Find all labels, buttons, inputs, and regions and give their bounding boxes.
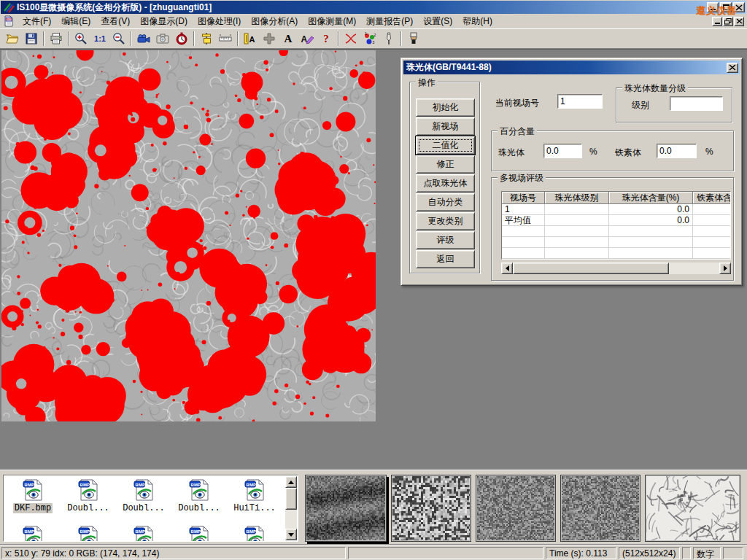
table-col-header-1[interactable]: 珠光体级别 xyxy=(545,192,609,204)
file-item-partial-4[interactable]: BMP xyxy=(227,525,282,542)
vscroll-thumb[interactable] xyxy=(285,488,297,510)
toolbar-open-folder-button[interactable] xyxy=(3,30,22,47)
menu-item-image-processing[interactable]: 图像处理(I) xyxy=(193,14,246,29)
menu-item-image-analysis[interactable]: 图像分析(A) xyxy=(246,14,303,29)
bmp-file-icon: BMP xyxy=(132,525,155,542)
vscroll-track[interactable] xyxy=(285,510,297,529)
toolbar-actual-size-button[interactable]: 1:1 xyxy=(90,30,109,47)
toolbar-caliper-button[interactable] xyxy=(197,30,216,47)
operation-button-2[interactable]: 二值化 xyxy=(416,136,475,155)
operation-button-0[interactable]: 初始化 xyxy=(416,98,475,117)
minimize-button[interactable] xyxy=(707,2,719,12)
toolbar-video-camera-button[interactable] xyxy=(134,30,153,47)
child-restore-button[interactable] xyxy=(723,17,733,26)
multi-field-table[interactable]: 视场号珠光体级别珠光体含量(%)铁素体含量(%)10.0平均值0.0 xyxy=(501,191,731,260)
child-minimize-button[interactable] xyxy=(712,17,722,26)
table-row-0[interactable]: 10.0 xyxy=(502,204,730,215)
percent-input-0[interactable]: 0.0 xyxy=(543,144,582,158)
toolbar-count-points-button[interactable]: 123 xyxy=(360,30,379,47)
table-col-header-0[interactable]: 视场号 xyxy=(502,192,545,204)
main-image[interactable] xyxy=(1,50,376,421)
caliper-icon xyxy=(199,31,214,46)
toolbar-camera-button[interactable] xyxy=(153,30,172,47)
scroll-right-button[interactable] xyxy=(719,262,731,274)
percent-input-1[interactable]: 0.0 xyxy=(657,144,697,158)
menu-item-image-display[interactable]: 图像显示(D) xyxy=(135,14,193,29)
file-list: BMPDKF.bmpBMPDoubl...BMPDoubl...BMPDoubl… xyxy=(5,478,282,513)
filmstrip: BMPDKF.bmpBMPDoubl...BMPDoubl...BMPDoubl… xyxy=(0,470,747,544)
thumbnail-4[interactable] xyxy=(560,475,640,542)
table-row-2[interactable] xyxy=(502,226,730,237)
hscroll-thumb[interactable] xyxy=(513,262,669,274)
operation-button-3[interactable]: 修正 xyxy=(416,155,475,174)
toolbar-text-edit-button[interactable]: A xyxy=(298,30,317,47)
toolbar-paint-brush-button[interactable] xyxy=(404,30,423,47)
file-item-1[interactable]: BMPDoubl... xyxy=(61,478,116,513)
toolbar-save-button[interactable] xyxy=(22,30,41,47)
table-hscrollbar[interactable] xyxy=(501,262,731,274)
toolbar-separator xyxy=(237,31,239,46)
toolbar-zoom-out-button[interactable] xyxy=(109,30,128,47)
toolbar-curve-tool-button[interactable] xyxy=(341,30,360,47)
maximize-button[interactable] xyxy=(720,2,732,12)
toolbar-help-button[interactable]: ? xyxy=(317,30,336,47)
close-button[interactable] xyxy=(733,2,745,12)
table-col-header-3[interactable]: 铁素体含量(%) xyxy=(693,192,731,204)
dialog-titlebar[interactable]: 珠光体(GB/T9441-88) xyxy=(403,61,740,74)
file-item-2[interactable]: BMPDoubl... xyxy=(116,478,171,513)
thumbnail-5[interactable] xyxy=(645,475,740,542)
file-item-partial-0[interactable]: BMP xyxy=(5,525,61,542)
menu-item-file[interactable]: 文件(F) xyxy=(18,14,56,29)
grade-input[interactable] xyxy=(670,96,723,111)
bmp-file-icon: BMP xyxy=(243,525,266,542)
dialog-close-button[interactable] xyxy=(727,63,738,73)
current-field-input[interactable]: 1 xyxy=(557,94,603,109)
file-item-partial-3[interactable]: BMP xyxy=(171,525,227,542)
statusbar-spacer-3 xyxy=(723,547,743,559)
thumbnail-2[interactable] xyxy=(391,475,471,542)
child-close-button[interactable] xyxy=(734,17,744,26)
table-row-3[interactable] xyxy=(502,237,730,248)
menu-item-help[interactable]: 帮助(H) xyxy=(457,14,498,29)
toolbar-measure-text-button[interactable]: A xyxy=(241,30,260,47)
svg-text:BMP: BMP xyxy=(136,529,145,534)
toolbar: 1:1AAA?123 xyxy=(0,28,747,49)
toolbar-stopwatch-button[interactable] xyxy=(172,30,191,47)
toolbar-print-button[interactable] xyxy=(47,30,66,47)
file-item-3[interactable]: BMPDoubl... xyxy=(171,478,227,513)
thumbnail-3[interactable] xyxy=(476,475,556,542)
toolbar-text-button[interactable]: A xyxy=(279,30,298,47)
toolbar-zoom-in-button[interactable] xyxy=(71,30,90,47)
table-row-4[interactable] xyxy=(502,248,730,259)
toolbar-ruler-button[interactable] xyxy=(216,30,235,47)
scroll-up-button[interactable] xyxy=(285,476,297,488)
toolbar-buttons: 1:1AAA?123 xyxy=(3,30,423,47)
thumbnail-image-1 xyxy=(306,476,385,540)
menu-item-edit[interactable]: 编辑(E) xyxy=(56,14,96,29)
table-row-1[interactable]: 平均值0.0 xyxy=(502,215,730,226)
operation-button-1[interactable]: 新视场 xyxy=(416,117,475,136)
file-item-partial-1[interactable]: BMP xyxy=(61,525,116,542)
table-header-row: 视场号珠光体级别珠光体含量(%)铁素体含量(%) xyxy=(502,192,730,204)
move-cross-icon xyxy=(262,31,276,46)
menu-item-measure-report[interactable]: 测量报告(P) xyxy=(361,14,418,29)
toolbar-move-cross-button[interactable] xyxy=(260,30,279,47)
toolbar-probe-pen-button[interactable] xyxy=(379,30,398,47)
file-item-4[interactable]: BMPHuiTi... xyxy=(227,478,282,513)
file-list-vscrollbar[interactable] xyxy=(285,476,297,540)
operation-button-5[interactable]: 自动分类 xyxy=(416,193,475,211)
file-item-partial-2[interactable]: BMP xyxy=(116,525,171,542)
table-col-header-2[interactable]: 珠光体含量(%) xyxy=(609,192,693,204)
menu-item-view[interactable]: 查看(V) xyxy=(96,14,135,29)
operation-button-8[interactable]: 返回 xyxy=(416,250,475,268)
scroll-left-button[interactable] xyxy=(501,262,513,274)
operation-button-6[interactable]: 更改类别 xyxy=(416,212,475,230)
menu-item-image-measure[interactable]: 图像测量(M) xyxy=(303,14,361,29)
file-item-0[interactable]: BMPDKF.bmp xyxy=(5,478,61,513)
hscroll-track[interactable] xyxy=(669,262,719,274)
scroll-down-button[interactable] xyxy=(285,529,297,540)
operation-button-4[interactable]: 点取珠光体 xyxy=(416,174,475,192)
menu-item-settings[interactable]: 设置(S) xyxy=(418,14,457,29)
thumbnail-1[interactable] xyxy=(305,475,387,542)
operation-button-7[interactable]: 评级 xyxy=(416,231,475,249)
